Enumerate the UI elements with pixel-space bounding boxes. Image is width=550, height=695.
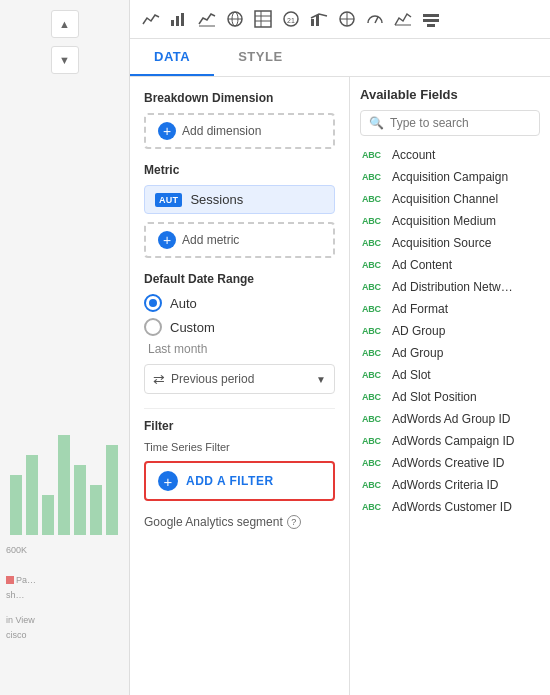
sidebar-arrow-up[interactable]: ▲ <box>51 10 79 38</box>
field-name: AdWords Campaign ID <box>392 434 515 448</box>
field-type: ABC <box>362 392 386 402</box>
chart-area: 600K Pa… sh… in View cisco <box>0 82 129 695</box>
field-item[interactable]: ABCAdWords Criteria ID <box>360 474 540 496</box>
search-box[interactable]: 🔍 <box>360 110 540 136</box>
radio-auto-label: Auto <box>170 296 197 311</box>
radio-custom-label: Custom <box>170 320 215 335</box>
filter-section: Filter Time Series Filter + ADD A FILTER… <box>144 408 335 529</box>
field-type: ABC <box>362 436 386 446</box>
table-icon[interactable] <box>252 8 274 30</box>
legend-dot-red <box>6 576 14 584</box>
field-item[interactable]: ABCAcquisition Channel <box>360 188 540 210</box>
radio-auto-outer <box>144 294 162 312</box>
area-chart-icon[interactable] <box>196 8 218 30</box>
field-type: ABC <box>362 502 386 512</box>
add-dimension-plus-icon: + <box>158 122 176 140</box>
add-filter-plus-icon: + <box>158 471 178 491</box>
bottom-label-in-view: in View <box>6 615 35 625</box>
field-item[interactable]: ABCAdWords Ad Group ID <box>360 408 540 430</box>
radio-custom[interactable]: Custom <box>144 318 335 336</box>
search-icon: 🔍 <box>369 116 384 130</box>
add-metric-button[interactable]: + Add metric <box>144 222 335 258</box>
period-icon: ⇄ <box>153 371 165 387</box>
help-icon[interactable]: ? <box>287 515 301 529</box>
field-item[interactable]: ABCAcquisition Campaign <box>360 166 540 188</box>
period-label: Previous period <box>171 372 310 386</box>
field-item[interactable]: ABCAdWords Creative ID <box>360 452 540 474</box>
line-chart-icon[interactable] <box>140 8 162 30</box>
add-metric-label: Add metric <box>182 233 239 247</box>
field-name: Account <box>392 148 435 162</box>
pivot-icon[interactable] <box>336 8 358 30</box>
metric-chip[interactable]: AUT Sessions <box>144 185 335 214</box>
field-item[interactable]: ABCAD Group <box>360 320 540 342</box>
form-panel: Breakdown Dimension + Add dimension Metr… <box>130 77 350 695</box>
field-type: ABC <box>362 150 386 160</box>
time-series-filter-label: Time Series Filter <box>144 441 335 453</box>
svg-rect-14 <box>316 15 319 26</box>
svg-rect-1 <box>176 16 179 26</box>
metric-badge: AUT <box>155 193 182 207</box>
field-item[interactable]: ABCAcquisition Medium <box>360 210 540 232</box>
field-item[interactable]: ABCAcquisition Source <box>360 232 540 254</box>
add-filter-button[interactable]: + ADD A FILTER <box>144 461 335 501</box>
gauge-icon[interactable] <box>364 8 386 30</box>
field-type: ABC <box>362 326 386 336</box>
previous-period-dropdown[interactable]: ⇄ Previous period ▼ <box>144 364 335 394</box>
field-type: ABC <box>362 282 386 292</box>
bar-chart-icon[interactable] <box>168 8 190 30</box>
field-item[interactable]: ABCAd Slot <box>360 364 540 386</box>
field-item[interactable]: ABCAd Group <box>360 342 540 364</box>
fields-title: Available Fields <box>360 87 540 102</box>
radio-auto[interactable]: Auto <box>144 294 335 312</box>
tab-data[interactable]: DATA <box>130 39 214 76</box>
field-name: Acquisition Medium <box>392 214 496 228</box>
scorecard-icon[interactable]: 21 <box>280 8 302 30</box>
field-type: ABC <box>362 348 386 358</box>
metric-label: Metric <box>144 163 335 177</box>
field-type: ABC <box>362 172 386 182</box>
field-type: ABC <box>362 480 386 490</box>
add-dimension-button[interactable]: + Add dimension <box>144 113 335 149</box>
fields-panel: Available Fields 🔍 ABCAccountABCAcquisit… <box>350 77 550 695</box>
field-item[interactable]: ABCAd Slot Position <box>360 386 540 408</box>
more-icon[interactable] <box>420 8 442 30</box>
breakdown-label: Breakdown Dimension <box>144 91 335 105</box>
field-type: ABC <box>362 370 386 380</box>
bullet-icon[interactable] <box>392 8 414 30</box>
add-dimension-label: Add dimension <box>182 124 261 138</box>
svg-rect-20 <box>423 14 439 17</box>
sidebar-arrow-down[interactable]: ▼ <box>51 46 79 74</box>
field-name: Ad Distribution Netw… <box>392 280 513 294</box>
field-name: AdWords Ad Group ID <box>392 412 511 426</box>
search-input[interactable] <box>390 116 531 130</box>
field-type: ABC <box>362 414 386 424</box>
field-item[interactable]: ABCAd Format <box>360 298 540 320</box>
fields-list: ABCAccountABCAcquisition CampaignABCAcqu… <box>360 144 540 518</box>
tab-style[interactable]: STYLE <box>214 39 306 76</box>
svg-text:21: 21 <box>287 17 295 24</box>
date-range-section: Default Date Range Auto Custom Last mont… <box>144 272 335 394</box>
field-item[interactable]: ABCAdWords Customer ID <box>360 496 540 518</box>
svg-rect-21 <box>423 19 439 22</box>
field-name: Ad Content <box>392 258 452 272</box>
field-name: Ad Slot <box>392 368 431 382</box>
field-name: Ad Format <box>392 302 448 316</box>
field-item[interactable]: ABCAdWords Campaign ID <box>360 430 540 452</box>
svg-rect-13 <box>311 19 314 26</box>
icon-toolbar: 21 <box>130 0 550 39</box>
tabs: DATA STYLE <box>130 39 550 77</box>
filter-label: Filter <box>144 419 335 433</box>
bottom-label-cisco: cisco <box>6 630 27 640</box>
field-item[interactable]: ABCAccount <box>360 144 540 166</box>
field-item[interactable]: ABCAd Content <box>360 254 540 276</box>
field-name: AD Group <box>392 324 445 338</box>
field-item[interactable]: ABCAd Distribution Netw… <box>360 276 540 298</box>
metric-name: Sessions <box>190 192 243 207</box>
left-sidebar: ▲ ▼ 600K Pa… sh… in View cisco <box>0 0 130 695</box>
field-type: ABC <box>362 260 386 270</box>
globe-icon[interactable] <box>224 8 246 30</box>
combo-chart-icon[interactable] <box>308 8 330 30</box>
main-panel: 21 <box>130 0 550 695</box>
field-name: Acquisition Source <box>392 236 491 250</box>
